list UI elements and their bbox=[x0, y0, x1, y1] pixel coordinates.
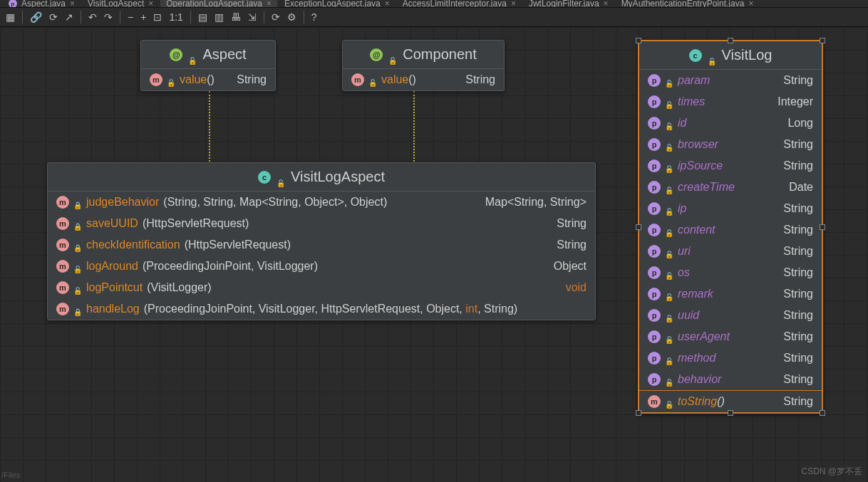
arrow-icon[interactable]: ↗ bbox=[65, 11, 73, 23]
tab-label: Aspect.java bbox=[21, 0, 66, 7]
export-icon[interactable]: ⇲ bbox=[248, 11, 257, 23]
property-type: String bbox=[783, 202, 813, 215]
public-icon bbox=[388, 51, 397, 59]
grid-icon[interactable]: ▤ bbox=[198, 11, 207, 23]
class-icon bbox=[258, 171, 271, 184]
file-label: /Files bbox=[1, 471, 20, 479]
member-row: judgeBehavior(String, String, Map<String… bbox=[48, 192, 595, 213]
property-icon bbox=[648, 266, 661, 279]
annotation-icon bbox=[170, 48, 182, 61]
title-text: VisitLogAspect bbox=[291, 169, 385, 185]
property-row: osString bbox=[639, 262, 822, 283]
close-icon[interactable]: × bbox=[148, 0, 153, 7]
help-icon[interactable]: ? bbox=[311, 11, 317, 23]
property-name: uuid bbox=[678, 309, 699, 322]
property-type: String bbox=[783, 138, 813, 151]
zoom-out-icon[interactable]: − bbox=[128, 11, 133, 23]
node-component[interactable]: Component value() String bbox=[342, 40, 505, 91]
property-name: ip bbox=[678, 202, 686, 215]
public-icon bbox=[73, 262, 82, 271]
property-type: String bbox=[783, 224, 813, 236]
refresh-icon[interactable]: ⟳ bbox=[49, 11, 58, 23]
zoom-fit-icon[interactable]: ⊡ bbox=[153, 11, 162, 23]
tab-visitlogaspect[interactable]: VisitLogAspect × bbox=[82, 0, 159, 7]
tab-operationlogaspect[interactable]: OperationLogAspect.java × bbox=[160, 0, 277, 7]
property-icon bbox=[648, 117, 661, 130]
tab-label: MyAuthenticationEntryPoint.java bbox=[621, 0, 745, 7]
node-visitlog[interactable]: VisitLog paramStringtimesIntegeridLongbr… bbox=[638, 40, 823, 414]
public-icon bbox=[665, 332, 673, 341]
toolbar-separator bbox=[120, 11, 120, 23]
tab-jwtloginfilter[interactable]: JwtLoginFilter.java × bbox=[523, 0, 614, 7]
property-name: createTime bbox=[678, 181, 735, 194]
close-icon[interactable]: × bbox=[385, 0, 390, 7]
close-icon[interactable]: × bbox=[748, 0, 753, 7]
member-name: logPointcut bbox=[86, 281, 143, 294]
member-name: judgeBehavior bbox=[86, 196, 159, 209]
property-icon bbox=[648, 202, 661, 215]
property-icon bbox=[648, 224, 661, 236]
uml-canvas[interactable]: Aspect value() String Component value() … bbox=[0, 27, 868, 482]
close-icon[interactable]: × bbox=[604, 0, 609, 7]
property-row: uuidString bbox=[639, 305, 822, 326]
zoom-in-icon[interactable]: + bbox=[140, 11, 146, 23]
print-icon[interactable]: 🖶 bbox=[231, 11, 241, 23]
tab-aspect[interactable]: Aspect.java × bbox=[3, 0, 81, 7]
public-icon bbox=[665, 397, 673, 406]
toolbar-separator bbox=[190, 11, 191, 23]
link-icon[interactable]: 🔗 bbox=[30, 11, 42, 23]
method-icon bbox=[56, 303, 69, 315]
property-row: paramString bbox=[639, 70, 822, 91]
node-title: VisitLogAspect bbox=[48, 163, 595, 192]
close-icon[interactable]: × bbox=[267, 0, 272, 7]
member-name: checkIdentification bbox=[86, 239, 180, 251]
property-row: uriString bbox=[639, 241, 822, 262]
property-icon bbox=[648, 373, 661, 386]
property-type: Long bbox=[787, 117, 813, 130]
node-aspect[interactable]: Aspect value() String bbox=[140, 40, 276, 91]
diagram-toolbar: ▦ 🔗 ⟳ ↗ ↶ ↷ − + ⊡ 1:1 ▤ ▥ 🖶 ⇲ ⟳ ⚙ ? bbox=[0, 7, 868, 27]
member-type: String bbox=[237, 73, 267, 86]
private-icon bbox=[73, 305, 82, 313]
close-icon[interactable]: × bbox=[70, 0, 75, 7]
member-row: checkIdentification(HttpServletRequest)S… bbox=[48, 234, 595, 256]
watermark: CSDN @罗不丢 bbox=[801, 466, 862, 478]
tab-myauthentrypoint[interactable]: MyAuthenticationEntryPoint.java × bbox=[616, 0, 760, 7]
property-icon bbox=[648, 330, 661, 343]
property-icon bbox=[648, 352, 661, 365]
property-row: browserString bbox=[639, 134, 822, 155]
public-icon bbox=[665, 247, 673, 256]
node-title: VisitLog bbox=[639, 41, 822, 70]
public-icon bbox=[368, 75, 377, 84]
public-icon bbox=[665, 183, 673, 192]
member-name: value bbox=[381, 73, 408, 85]
member-params: (VisitLogger) bbox=[147, 281, 211, 294]
private-icon bbox=[73, 241, 82, 249]
tab-accesslimit[interactable]: AccessLimitInterceptor.java × bbox=[397, 0, 522, 7]
method-icon bbox=[56, 281, 69, 294]
class-icon bbox=[689, 49, 702, 62]
tab-exceptionlogaspect[interactable]: ExceptionLogAspect.java × bbox=[279, 0, 396, 7]
editor-tabs: Aspect.java × VisitLogAspect × Operation… bbox=[0, 0, 868, 7]
redo-icon[interactable]: ↷ bbox=[104, 11, 113, 23]
close-icon[interactable]: × bbox=[511, 0, 516, 7]
member-name: toString bbox=[678, 395, 717, 407]
property-icon bbox=[648, 95, 661, 108]
snap-icon[interactable]: ▥ bbox=[215, 11, 224, 23]
layout-icon[interactable]: ▦ bbox=[6, 11, 15, 23]
property-type: Date bbox=[789, 181, 813, 194]
property-type: String bbox=[783, 74, 813, 87]
refresh2-icon[interactable]: ⟳ bbox=[272, 11, 280, 23]
undo-icon[interactable]: ↶ bbox=[88, 11, 97, 23]
member-params: (HttpServletRequest) bbox=[143, 217, 249, 230]
title-text: Aspect bbox=[202, 46, 246, 63]
settings-icon[interactable]: ⚙ bbox=[287, 11, 296, 23]
property-icon bbox=[648, 181, 661, 194]
node-visitlogaspect[interactable]: VisitLogAspect judgeBehavior(String, Str… bbox=[47, 162, 596, 320]
tab-label: VisitLogAspect bbox=[88, 0, 144, 7]
property-row: methodString bbox=[639, 347, 822, 369]
property-icon bbox=[648, 245, 661, 258]
zoom-actual-icon[interactable]: 1:1 bbox=[169, 11, 182, 23]
public-icon bbox=[665, 375, 673, 384]
public-icon bbox=[167, 75, 175, 84]
